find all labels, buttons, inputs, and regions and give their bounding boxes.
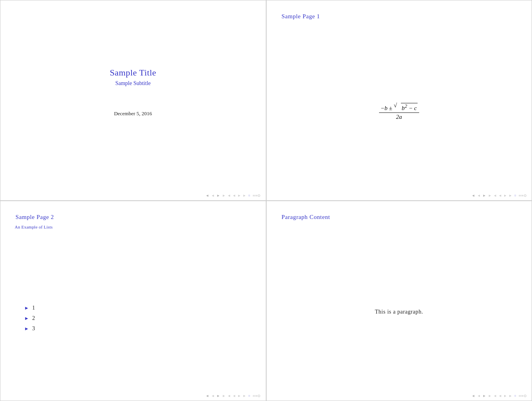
nav-bar-4: ◄ ◄ ► ► ◄ ◄ ► ► ≡ ∞∞⊙	[471, 393, 528, 398]
nav-bar-3: ◄ ◄ ► ► ◄ ◄ ► ► ≡ ∞∞⊙	[205, 393, 261, 398]
slide-title: Sample Title Sample Subtitle December 5,…	[0, 0, 266, 201]
quadratic-formula: −b ± b2 − c 2a	[379, 103, 419, 120]
slide4-title: Paragraph Content	[274, 207, 525, 224]
list-item: ► 2	[24, 315, 242, 322]
list-item: ► 1	[24, 305, 242, 311]
denominator: 2a	[395, 113, 404, 120]
nav-menu-4[interactable]: ≡	[513, 393, 517, 398]
nav-next-4a[interactable]: ►	[482, 393, 487, 398]
nav-menu-3[interactable]: ≡	[248, 393, 251, 398]
numerator: −b ± b2 − c	[379, 103, 419, 113]
slide3-header: Sample Page 2 An Example of Lists	[0, 201, 266, 232]
slide3-title: Sample Page 2	[8, 207, 259, 224]
main-title: Sample Title	[110, 68, 156, 78]
slide3-subtitle: An Example of Lists	[8, 224, 259, 232]
nav-prev-4[interactable]: ◄	[471, 393, 476, 398]
bullet-arrow-1: ►	[24, 306, 29, 310]
nav-prev-1[interactable]: ◄	[205, 193, 210, 198]
nav-zoom-2[interactable]: ∞∞⊙	[518, 193, 528, 198]
list-item-label-1: 1	[32, 305, 35, 311]
sqrt-symbol: b2 − c	[394, 103, 418, 112]
slide-page1: Sample Page 1 −b ± b2 − c 2a ◄ ◄ ► ► ◄ ◄…	[266, 0, 532, 201]
nav-bar-2: ◄ ◄ ► ► ◄ ◄ ► ► ≡ ∞∞⊙	[471, 193, 528, 198]
title-content: Sample Title Sample Subtitle December 5,…	[110, 68, 156, 117]
nav-next-2a[interactable]: ►	[482, 193, 487, 198]
list-content: ► 1 ► 2 ► 3	[0, 232, 266, 401]
bullet-arrow-3: ►	[24, 326, 29, 331]
nav-menu-2[interactable]: ≡	[513, 193, 517, 198]
date-text: December 5, 2016	[110, 110, 156, 117]
nav-next-3a[interactable]: ►	[216, 393, 221, 398]
math-content: −b ± b2 − c 2a	[267, 23, 532, 200]
slide-page2: Sample Page 2 An Example of Lists ► 1 ► …	[0, 201, 266, 401]
nav-bar-1: ◄ ◄ ► ► ◄ ◄ ► ► ≡ ∞∞⊙	[205, 193, 261, 198]
nav-next-1a[interactable]: ►	[216, 193, 221, 198]
paragraph-content: This is a paragraph.	[267, 224, 532, 401]
paragraph-text: This is a paragraph.	[375, 309, 423, 315]
nav-zoom-1[interactable]: ∞∞⊙	[252, 193, 262, 198]
subtitle: Sample Subtitle	[110, 80, 156, 87]
bullet-arrow-2: ►	[24, 316, 29, 321]
slide2-title: Sample Page 1	[274, 6, 525, 23]
list-items: ► 1 ► 2 ► 3	[24, 305, 242, 336]
sqrt-content: b2 − c	[401, 103, 418, 112]
list-item-label-2: 2	[32, 315, 35, 322]
nav-prev-2[interactable]: ◄	[471, 193, 476, 198]
list-item: ► 3	[24, 325, 242, 332]
slide2-header: Sample Page 1	[267, 0, 532, 23]
slide-paragraph: Paragraph Content This is a paragraph. ◄…	[266, 201, 532, 401]
list-item-label-3: 3	[32, 325, 35, 332]
nav-prev-3[interactable]: ◄	[205, 393, 210, 398]
nav-zoom-3[interactable]: ∞∞⊙	[252, 393, 262, 398]
nav-menu-1[interactable]: ≡	[248, 193, 251, 198]
nav-zoom-4[interactable]: ∞∞⊙	[518, 393, 528, 398]
slide4-header: Paragraph Content	[267, 201, 532, 224]
fraction: −b ± b2 − c 2a	[379, 103, 419, 120]
